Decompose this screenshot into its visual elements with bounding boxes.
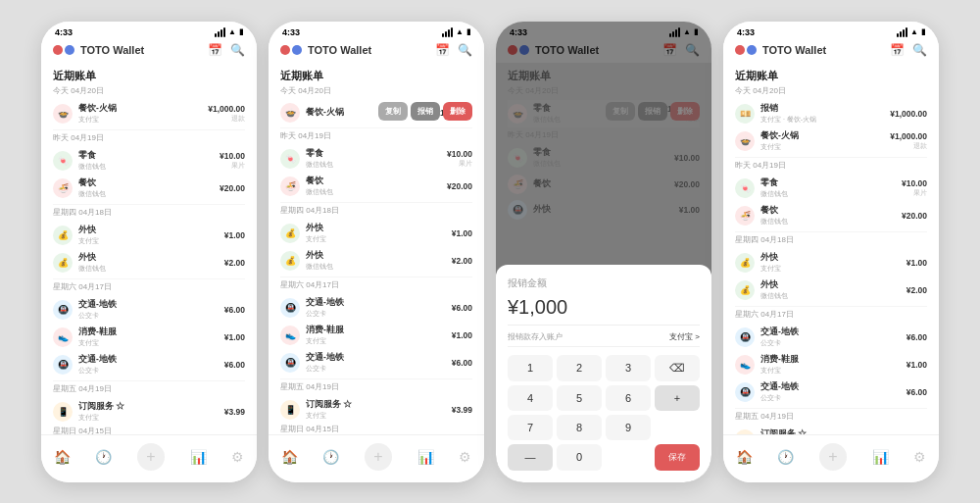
tx-note-4-1: 退款	[890, 141, 927, 151]
tx-item-4-5[interactable]: 💰 外快 微信钱包 ¥2.00	[735, 277, 927, 304]
nav-history-1[interactable]: 🕐	[95, 449, 112, 465]
tx-item-2-7[interactable]: 👟 消费-鞋服 支付宝 ¥1.00	[280, 322, 472, 349]
tx-details-4-8: 交通-地铁 公交卡	[760, 381, 901, 403]
tx-item-2-3[interactable]: 🍜 餐饮 微信钱包 ¥20.00	[280, 173, 472, 200]
wifi-icon-1: ▲	[228, 27, 236, 36]
tx-sub-1-3: 微信钱包	[78, 189, 214, 199]
tx-sub-1-5: 微信钱包	[78, 264, 219, 274]
tx-item-4-9[interactable]: 📱 订阅服务 ☆ 支付宝 ¥3.99	[735, 426, 927, 434]
status-icons-1: ▲ ▮	[215, 27, 243, 37]
status-icons-2: ▲ ▮	[442, 27, 470, 37]
nav-stats-4[interactable]: 📊	[872, 449, 889, 465]
tx-amount-4-0: ¥1,000.00	[890, 109, 927, 119]
tx-item-4-2[interactable]: 🍬 零食 微信钱包 ¥10.00 果片	[735, 175, 927, 202]
nav-home-1[interactable]: 🏠	[54, 449, 71, 465]
tx-item-2-4[interactable]: 💰 外快 支付宝 ¥1.00	[280, 220, 472, 247]
delete-btn-2[interactable]: 删除	[443, 102, 472, 121]
date-today-4: 今天 04月20日	[735, 85, 927, 96]
nav-add-1[interactable]: +	[137, 443, 165, 471]
tx-item-1-3[interactable]: 🍜 餐饮 微信钱包 ¥20.00	[53, 175, 245, 202]
tx-name-2-9: 订阅服务 ☆	[306, 399, 446, 411]
tx-name-4-7: 消费-鞋服	[760, 354, 901, 366]
tx-amount-4-1: ¥1,000.00	[890, 131, 927, 141]
numpad-1[interactable]: 1	[508, 355, 553, 381]
tx-item-1-2[interactable]: 🍬 零食 微信钱包 ¥10.00 果片	[53, 147, 245, 175]
tx-icon-1-6: 🚇	[53, 300, 73, 320]
tx-icon-4-4: 💰	[735, 253, 755, 273]
tx-details-4-3: 餐饮 微信钱包	[760, 205, 896, 226]
tx-item-2-8[interactable]: 🚇 交通-地铁 公交卡 ¥6.00	[280, 349, 472, 377]
numpad-plus[interactable]: +	[655, 385, 700, 411]
numpad-6[interactable]: 6	[606, 385, 651, 411]
numpad-backspace[interactable]: ⌫	[655, 355, 700, 381]
tx-amount-2-8: ¥6.00	[452, 358, 472, 368]
tx-item-4-6[interactable]: 🚇 交通-地铁 公交卡 ¥6.00	[735, 324, 927, 351]
tx-amount-2-5: ¥2.00	[452, 256, 472, 266]
calendar-icon-2[interactable]: 📅	[435, 43, 450, 57]
numpad-9[interactable]: 9	[606, 415, 651, 440]
tx-item-2-9[interactable]: 📱 订阅服务 ☆ 支付宝 ¥3.99	[280, 396, 472, 424]
search-icon-4[interactable]: 🔍	[912, 43, 927, 57]
tx-item-4-4[interactable]: 💰 外快 支付宝 ¥1.00	[735, 249, 927, 277]
nav-home-4[interactable]: 🏠	[736, 449, 753, 465]
tx-icon-1-7: 👟	[53, 327, 73, 347]
date-y3-4: 星期六 04月17日	[735, 309, 927, 320]
tx-item-2-6[interactable]: 🚇 交通-地铁 公交卡 ¥6.00	[280, 294, 472, 322]
tx-item-2-2[interactable]: 🍬 零食 微信钱包 ¥10.00 果片	[280, 145, 472, 173]
calendar-icon-1[interactable]: 📅	[208, 43, 222, 57]
tx-name-2-6: 交通-地铁	[306, 297, 446, 309]
tx-item-4-0[interactable]: 💴 报销 支付宝 · 餐饮-火锅 ¥1,000.00	[735, 100, 927, 127]
tx-amount-2-3: ¥20.00	[447, 181, 472, 191]
nav-settings-2[interactable]: ⚙	[459, 449, 471, 465]
screens-container: 4:33 ▲ ▮ TOTO Wallet 📅 🔍	[0, 0, 980, 503]
tx-item-1-6[interactable]: 🚇 交通-地铁 公交卡 ¥6.00	[53, 296, 245, 324]
tx-item-4-8[interactable]: 🚇 交通-地铁 公交卡 ¥6.00	[735, 378, 927, 406]
numpad-save[interactable]: 保存	[655, 444, 700, 471]
numpad-5[interactable]: 5	[557, 385, 602, 411]
tx-item-1-5[interactable]: 💰 外快 微信钱包 ¥2.00	[53, 249, 245, 277]
nav-settings-4[interactable]: ⚙	[913, 449, 926, 465]
nav-add-2[interactable]: +	[365, 443, 392, 471]
logo-blue-4	[747, 45, 757, 55]
numpad-8[interactable]: 8	[557, 415, 602, 440]
tx-details-1-2: 零食 微信钱包	[78, 150, 214, 172]
tx-right-4-2: ¥10.00 果片	[902, 178, 927, 198]
copy-btn-2[interactable]: 复制	[378, 102, 408, 121]
tx-icon-4-5: 💰	[735, 280, 755, 300]
tx-item-2-5[interactable]: 💰 外快 微信钱包 ¥2.00	[280, 247, 472, 275]
nav-add-4[interactable]: +	[819, 443, 847, 471]
nav-history-4[interactable]: 🕐	[777, 449, 794, 465]
search-icon-1[interactable]: 🔍	[230, 43, 245, 57]
tx-item-4-3[interactable]: 🍜 餐饮 微信钱包 ¥20.00	[735, 202, 927, 229]
modal-overlay-3: 报销金额 ¥1,000 报销款存入账户 支付宝 > 1 2 3 ⌫ 4 5 6 …	[496, 22, 711, 482]
tx-item-4-1[interactable]: 🍲 餐饮-火锅 支付宝 ¥1,000.00 退款	[735, 127, 927, 155]
tx-item-2-1[interactable]: 🍲 餐饮-火锅 ¥1,000.00 复制 报销 删除	[280, 100, 472, 126]
numpad-minus[interactable]: —	[508, 444, 553, 471]
tx-item-1-7[interactable]: 👟 消费-鞋服 支付宝 ¥1.00	[53, 324, 245, 351]
nav-stats-1[interactable]: 📊	[190, 449, 207, 465]
tx-item-1-9[interactable]: 📱 订阅服务 ☆ 支付宝 ¥3.99	[53, 398, 245, 426]
account-value-3[interactable]: 支付宝 >	[669, 331, 700, 342]
amount-display-3[interactable]: ¥1,000	[508, 296, 700, 326]
numpad-2[interactable]: 2	[557, 355, 602, 381]
nav-history-2[interactable]: 🕐	[322, 449, 339, 465]
numpad-7[interactable]: 7	[508, 415, 553, 440]
nav-settings-1[interactable]: ⚙	[231, 449, 244, 465]
tx-item-1-4[interactable]: 💰 外快 支付宝 ¥1.00	[53, 222, 245, 249]
numpad-4[interactable]: 4	[508, 385, 553, 411]
tx-item-1-8[interactable]: 🚇 交通-地铁 公交卡 ¥6.00	[53, 351, 245, 378]
nav-home-2[interactable]: 🏠	[281, 449, 298, 465]
numpad-3[interactable]: 3	[606, 355, 651, 381]
tx-icon-1-9: 📱	[53, 402, 73, 422]
search-icon-2[interactable]: 🔍	[458, 43, 472, 57]
date-y2-4: 星期四 04月18日	[735, 234, 927, 245]
calendar-icon-4[interactable]: 📅	[890, 43, 905, 57]
edit-btn-2[interactable]: 报销	[411, 102, 440, 121]
modal-title-3: 报销金额	[508, 277, 700, 290]
header-icons-2: 📅 🔍	[435, 43, 472, 57]
nav-stats-2[interactable]: 📊	[417, 449, 434, 465]
tx-item-4-7[interactable]: 👟 消费-鞋服 支付宝 ¥1.00	[735, 351, 927, 378]
numpad-0[interactable]: 0	[557, 444, 602, 471]
tx-item-1-1[interactable]: 🍲 餐饮-火锅 支付宝 ¥1,000.00 退款	[53, 100, 245, 127]
tx-right-4-7: ¥1.00	[906, 360, 927, 370]
